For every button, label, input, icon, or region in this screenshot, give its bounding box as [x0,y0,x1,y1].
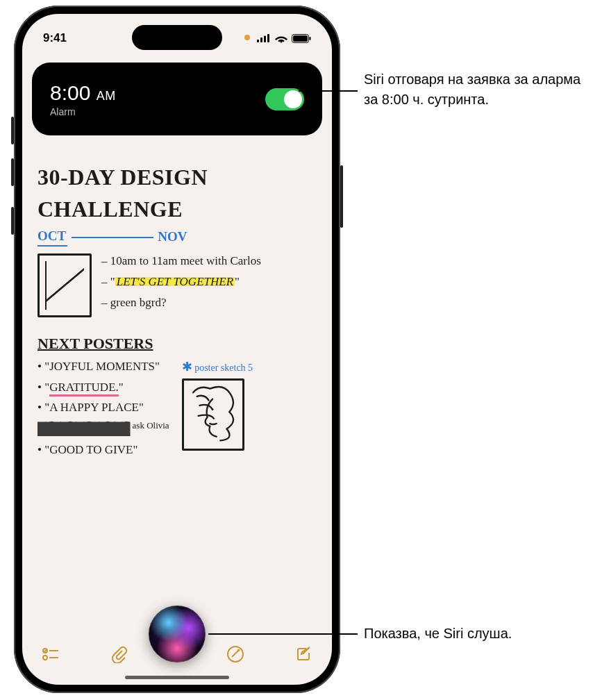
note-poster-4: ████████████ask Olivia [37,420,169,438]
note-sketch-box [37,253,92,317]
home-indicator[interactable] [125,676,229,679]
callout-line-top [299,90,358,92]
note-poster-list: • "JOYFUL MOMENTS" • "GRATITUDE." • "A H… [37,359,169,457]
note-sketch-face [182,378,244,451]
battery-icon [292,34,311,43]
svg-rect-0 [257,40,259,42]
iphone-frame: 9:41 8:00 AM Alarm [14,6,340,693]
note-poster-5: • "GOOD TO GIVE" [37,442,169,458]
note-sketch-caption: ✱ poster sketch 5 [182,359,253,375]
callout-line-bottom [208,633,358,635]
note-canvas[interactable]: 30-DAY DESIGN CHALLENGE OCT NOV – 10am t… [22,149,332,636]
svg-rect-2 [264,36,266,43]
note-line-slogan: – "LET'S GET TOGETHER" [101,274,261,290]
note-poster-1: • "JOYFUL MOMENTS" [37,359,169,374]
callout-top: Siri отговаря на заявка за аларма за 8:0… [364,69,586,110]
siri-orb[interactable] [149,606,206,662]
note-section-title: NEXT POSTERS [37,334,317,354]
note-poster-2: • "GRATITUDE." [37,380,169,395]
siri-alarm-card: 8:00 AM Alarm [32,62,322,135]
svg-point-10 [43,656,47,660]
svg-point-7 [211,408,213,410]
checklist-icon[interactable] [42,645,60,666]
screen: 9:41 8:00 AM Alarm [22,14,332,685]
svg-rect-3 [267,34,269,42]
alarm-label: Alarm [50,106,116,117]
wifi-icon [275,34,287,43]
note-timeline: OCT NOV [37,228,317,247]
note-bullets: – 10am to 11am meet with Carlos – "LET'S… [101,253,261,310]
note-title-1: 30-DAY DESIGN [37,163,317,192]
svg-rect-5 [293,35,308,42]
compose-icon[interactable] [294,645,312,666]
note-line-meeting: – 10am to 11am meet with Carlos [101,253,261,269]
status-time: 9:41 [43,31,67,45]
note-title-2: CHALLENGE [37,195,317,224]
note-line-green: – green bgrd? [101,295,261,310]
attachment-icon[interactable] [110,645,128,666]
dynamic-island [132,25,222,50]
markup-icon[interactable] [226,645,244,666]
svg-rect-1 [260,38,262,42]
note-poster-3: • "A HAPPY PLACE" [37,400,169,415]
cellular-icon [257,34,271,42]
callout-bottom: Показва, че Siri слуша. [364,624,512,644]
alarm-time: 8:00 AM [50,81,116,105]
svg-rect-6 [310,37,311,40]
